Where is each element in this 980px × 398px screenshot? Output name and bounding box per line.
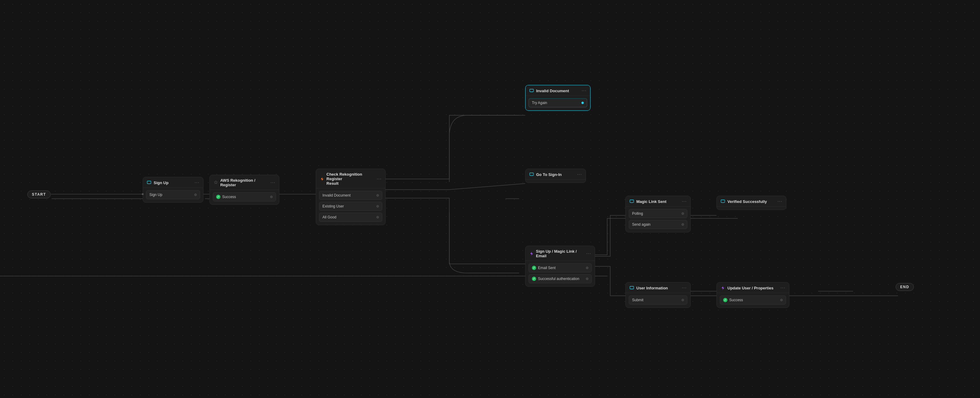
- email-sent-icon: [532, 266, 536, 270]
- email-sent-dot: [586, 266, 589, 269]
- update-user-properties-title: Update User / Properties: [721, 285, 773, 290]
- all-good-text: All Good: [322, 215, 336, 219]
- go-to-signin-node: Go To Sign-In ···: [525, 169, 586, 183]
- check-rekognition-header: Check Rekognition RegisterResult ···: [316, 169, 385, 189]
- monitor-icon-2: [529, 88, 534, 93]
- user-information-header: User Information ···: [626, 282, 690, 293]
- update-success-dot: [780, 299, 783, 301]
- monitor-icon: [146, 180, 151, 185]
- invalid-document-menu[interactable]: ···: [582, 88, 587, 93]
- aws-register-label: AWS Rekognition / Register: [220, 178, 270, 187]
- sign-up-header: Sign Up ···: [143, 177, 203, 188]
- update-success-text: Success: [729, 298, 743, 302]
- verified-successfully-title: Verified Successfully: [721, 199, 767, 204]
- aws-success-row: Success: [213, 192, 276, 201]
- magic-link-sent-label: Magic Link Sent: [636, 199, 667, 204]
- aws-register-node: AWS Rekognition / Register ··· Success: [210, 175, 279, 205]
- signup-magic-link-menu[interactable]: ···: [586, 251, 591, 256]
- invalid-document-node: Invalid Document ··· Try Again: [525, 85, 590, 111]
- signup-magic-link-body: Email Sent Successful authentication: [525, 261, 595, 286]
- existing-user-text: Existing User: [322, 204, 344, 208]
- bolt-icon: [529, 251, 534, 256]
- magic-link-sent-header: Magic Link Sent ···: [626, 196, 690, 206]
- verified-successfully-body: [717, 206, 786, 209]
- aws-success-dot: [270, 196, 273, 198]
- start-badge: START: [27, 190, 51, 198]
- check-rekognition-menu[interactable]: ···: [377, 176, 382, 181]
- update-user-properties-header: Update User / Properties ···: [717, 282, 789, 293]
- aws-success-icon: [216, 195, 220, 199]
- update-success-label-wrap: Success: [723, 298, 780, 302]
- svg-rect-15: [530, 173, 533, 176]
- try-again-row: Try Again: [528, 98, 587, 107]
- sign-up-menu[interactable]: ···: [195, 180, 199, 185]
- all-good-row: All Good: [319, 212, 382, 222]
- signup-magic-link-label: Sign Up / Magic Link / Email: [536, 249, 586, 258]
- aws-register-menu[interactable]: ···: [270, 180, 275, 185]
- go-to-signin-body: [525, 179, 585, 182]
- signup-magic-link-node: Sign Up / Magic Link / Email ··· Email S…: [525, 246, 595, 287]
- all-good-dot: [377, 216, 379, 219]
- svg-rect-8: [147, 181, 151, 184]
- successful-auth-row: Successful authentication: [528, 274, 592, 283]
- svg-rect-19: [630, 200, 633, 203]
- aws-register-title: AWS Rekognition / Register: [213, 178, 270, 187]
- signup-magic-link-header: Sign Up / Magic Link / Email ···: [525, 246, 595, 261]
- invalid-document-title: Invalid Document: [529, 88, 569, 93]
- sign-up-label: Sign Up: [154, 181, 169, 185]
- bolt-icon-2: [721, 285, 725, 290]
- signup-magic-link-title: Sign Up / Magic Link / Email: [529, 249, 586, 258]
- user-information-node: User Information ··· Submit: [625, 282, 690, 308]
- magic-link-sent-title: Magic Link Sent: [629, 199, 667, 204]
- user-information-menu[interactable]: ···: [682, 285, 687, 290]
- successful-auth-icon: [532, 277, 536, 281]
- submit-text: Submit: [632, 298, 643, 302]
- submit-dot: [682, 299, 684, 301]
- sign-up-title: Sign Up: [146, 180, 169, 185]
- monitor-icon-6: [629, 285, 634, 290]
- sign-up-row: Sign Up: [146, 190, 200, 199]
- sign-up-row-dot: [194, 193, 197, 196]
- update-user-properties-node: Update User / Properties ··· Success: [716, 282, 789, 308]
- svg-rect-12: [530, 89, 533, 92]
- go-to-signin-title: Go To Sign-In: [529, 172, 562, 177]
- monitor-icon-3: [529, 172, 534, 177]
- svg-marker-28: [722, 286, 724, 290]
- invalid-doc-dot: [377, 194, 379, 197]
- polling-dot: [682, 212, 684, 215]
- sign-up-body: Sign Up: [143, 188, 203, 202]
- send-again-dot: [682, 223, 684, 226]
- verified-successfully-header: Verified Successfully ···: [717, 196, 786, 206]
- svg-line-35: [449, 184, 525, 190]
- invalid-document-header: Invalid Document ···: [525, 85, 590, 96]
- verified-successfully-menu[interactable]: ···: [778, 199, 782, 204]
- invalid-doc-text: Invalid Document: [322, 193, 351, 198]
- successful-auth-text: Successful authentication: [538, 277, 579, 281]
- successful-auth-label-wrap: Successful authentication: [532, 277, 586, 281]
- invalid-document-label: Invalid Document: [536, 89, 569, 93]
- email-sent-row: Email Sent: [528, 263, 592, 273]
- svg-marker-11: [321, 177, 323, 181]
- svg-rect-25: [630, 286, 633, 289]
- trophy-icon: [213, 180, 218, 185]
- update-user-properties-body: Success: [717, 293, 789, 308]
- svg-rect-22: [721, 200, 725, 203]
- aws-register-header: AWS Rekognition / Register ···: [210, 175, 279, 190]
- update-success-icon: [723, 298, 727, 302]
- update-user-properties-menu[interactable]: ···: [781, 285, 785, 290]
- submit-row: Submit: [629, 295, 687, 304]
- successful-auth-dot: [586, 277, 589, 280]
- go-to-signin-menu[interactable]: ···: [577, 172, 582, 177]
- existing-user-row: Existing User: [319, 202, 382, 211]
- existing-user-dot: [377, 205, 379, 208]
- aws-success-label-wrap: Success: [216, 195, 270, 199]
- aws-register-body: Success: [210, 190, 279, 205]
- email-sent-text: Email Sent: [538, 266, 555, 270]
- update-success-row: Success: [720, 295, 786, 304]
- lightning-icon: [320, 176, 324, 181]
- magic-link-sent-menu[interactable]: ···: [682, 199, 687, 204]
- svg-marker-18: [530, 252, 533, 255]
- try-again-text: Try Again: [532, 101, 547, 105]
- try-again-dot: [581, 101, 584, 104]
- go-to-signin-header: Go To Sign-In ···: [525, 169, 585, 179]
